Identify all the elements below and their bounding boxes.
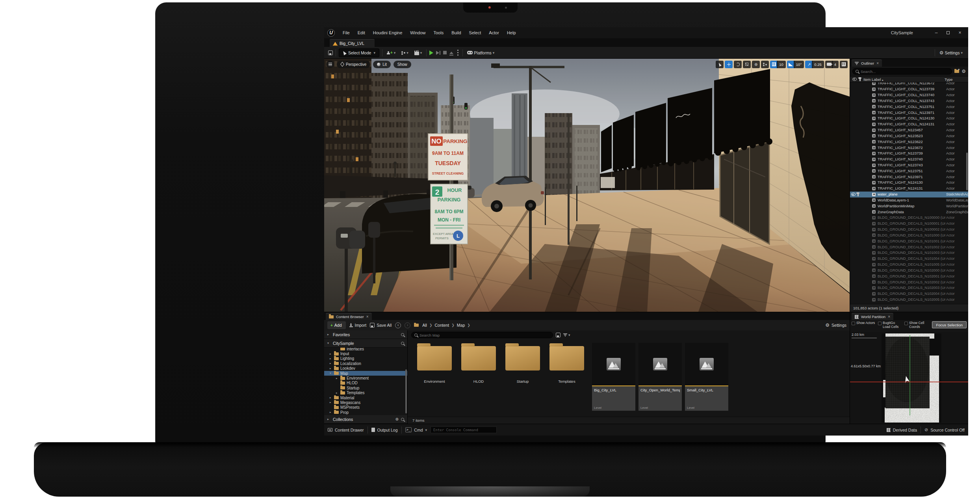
grid-snap-value[interactable]: 10 — [777, 61, 786, 68]
level-asset-tile[interactable]: Small_City_LVL Level — [685, 343, 728, 411]
world-partition-checkbox[interactable]: BugItGo Load Cells — [878, 321, 902, 329]
tree-scrollbar[interactable] — [405, 369, 407, 413]
outliner-row[interactable]: ZoneGraphData ZoneGraphData — [850, 209, 968, 215]
tree-item[interactable]: HLOD — [324, 381, 407, 385]
outliner-row[interactable]: TRAFFIC_LIGHT_N123751 Actor — [850, 168, 968, 174]
cmd-dropdown[interactable]: >_ Cmd ▾ — [405, 427, 427, 432]
cinematics-dropdown[interactable]: ▾ — [413, 50, 424, 55]
maximize-button[interactable] — [943, 29, 953, 37]
tree-item[interactable]: ▸ Input — [324, 351, 407, 356]
console-command-box[interactable] — [431, 426, 497, 433]
type-column[interactable]: Type — [945, 77, 967, 82]
menu-item[interactable]: Select — [465, 27, 485, 38]
outliner-row[interactable]: TRAFFIC_LIGHT_N123672 Actor — [850, 145, 968, 151]
tree-item[interactable]: ▸ Environment — [324, 376, 407, 380]
world-partition-minimap[interactable] — [882, 333, 941, 423]
level-asset-tile[interactable]: City_Open_World_Template Level — [638, 343, 682, 411]
content-browser-settings[interactable]: ⚙ Settings — [825, 322, 846, 328]
console-command-input[interactable] — [433, 428, 494, 432]
save-search-icon[interactable] — [556, 333, 561, 337]
close-icon[interactable]: × — [366, 315, 369, 319]
menu-item[interactable]: Help — [503, 27, 520, 38]
outliner-row[interactable]: TRAFFIC_LIGHT_COLL_N123743 Actor — [850, 98, 968, 104]
outliner-row[interactable]: TRAFFIC_LIGHT_COLL_N123740 Actor — [850, 92, 968, 98]
outliner-row[interactable]: BLDG_GROUND_DECALS_N100002 (Ur Actor — [850, 227, 968, 233]
camera-speed-value[interactable]: 4 — [832, 61, 839, 68]
outliner-row[interactable]: TRAFFIC_LIGHT_COLL_N123971 Actor — [850, 110, 968, 115]
minimize-button[interactable]: – — [931, 29, 941, 37]
outliner-search-box[interactable] — [852, 68, 952, 74]
checkbox[interactable] — [904, 322, 908, 325]
outliner-row[interactable]: BLDG_GROUND_DECALS_N102004 (Ur Actor — [850, 291, 968, 297]
sort-filter-dropdown[interactable]: ▾ — [563, 333, 570, 337]
outliner-row[interactable]: BLDG_GROUND_DECALS_N100001 (Ur Actor — [850, 221, 968, 227]
platforms-dropdown[interactable]: Platforms ▾ — [466, 50, 496, 55]
collections-header[interactable]: ▸ Collections ⊕ — [324, 415, 407, 424]
menu-item[interactable]: File — [339, 27, 354, 38]
content-browser-tab[interactable]: Content Browser × — [326, 313, 372, 320]
level-asset-tile[interactable]: Big_City_LVL Level — [592, 343, 635, 411]
search-icon[interactable] — [401, 342, 404, 345]
outliner-row[interactable]: TRAFFIC_LIGHT_N123743 Actor — [850, 162, 968, 168]
perspective-dropdown[interactable]: Perspective — [337, 61, 370, 68]
folder-tile[interactable]: Startup — [501, 343, 545, 384]
outliner-row[interactable]: BLDG_GROUND_DECALS_N102001 (Ur Actor — [850, 273, 968, 279]
outliner-row[interactable]: TRAFFIC_LIGHT_N123523 Actor — [850, 133, 968, 139]
outliner-row[interactable]: BLDG_GROUND_DECALS_N102003 (Ur Actor — [850, 285, 968, 291]
outliner-tab[interactable]: Outliner × — [852, 60, 882, 67]
outliner-row[interactable]: BLDG_GROUND_DECALS_N101005 (Ur Actor — [850, 262, 968, 268]
outliner-row[interactable]: TRAFFIC_LIGHT_N123971 Actor — [850, 174, 968, 180]
outliner-row[interactable]: TRAFFIC_LIGHT_N124131 Actor — [850, 186, 968, 192]
pin-column-icon[interactable] — [859, 78, 861, 81]
favorites-header[interactable]: ▸ Favorites — [324, 330, 407, 339]
close-icon[interactable]: × — [888, 315, 890, 319]
breadcrumb-item[interactable]: Content — [434, 323, 449, 328]
tree-item[interactable]: ▸ Megascans — [324, 400, 407, 405]
maximize-viewport-button[interactable] — [840, 61, 848, 68]
menu-item[interactable]: Houdini Engine — [369, 27, 406, 38]
play-button[interactable] — [429, 50, 433, 55]
outliner-row[interactable]: TRAFFIC_LIGHT_N123622 Actor — [850, 139, 968, 145]
path-folder-icon[interactable] — [414, 324, 419, 327]
world-local-toggle[interactable]: ⊕ — [752, 61, 760, 68]
outliner-row[interactable]: TRAFFIC_LIGHT_N123740 Actor — [850, 156, 968, 162]
tree-item[interactable]: ▸ Localization — [324, 361, 407, 366]
level-tab[interactable]: Big_City_LVL — [330, 39, 375, 47]
tree-item[interactable]: MSPresets — [324, 405, 407, 410]
menu-item[interactable]: Tools — [429, 27, 447, 38]
rotate-tool-button[interactable] — [734, 61, 742, 68]
outliner-search-input[interactable] — [861, 69, 949, 74]
outliner-row[interactable]: BLDG_GROUND_DECALS_N100000 (Ur Actor — [850, 215, 968, 221]
outliner-row[interactable]: TRAFFIC_LIGHT_COLL_N123751 Actor — [850, 104, 968, 110]
folder-tile[interactable]: Templates — [545, 343, 589, 384]
folder-tile[interactable]: Environment — [412, 343, 457, 384]
settings-dropdown[interactable]: ⚙ Settings ▾ — [938, 50, 964, 56]
view-mode-dropdown[interactable]: Lit — [373, 61, 391, 68]
search-icon[interactable] — [401, 418, 404, 421]
import-button[interactable]: Import — [349, 323, 367, 328]
asset-search-input[interactable] — [419, 333, 550, 337]
close-button[interactable]: × — [955, 29, 965, 37]
breadcrumb-item[interactable]: All — [422, 323, 427, 328]
outliner-row[interactable]: TRAFFIC_LIGHT_N124130 Actor — [850, 180, 968, 186]
outliner-row[interactable]: TRAFFIC_LIGHT_N123457 Actor — [850, 127, 968, 133]
select-tool-button[interactable] — [716, 61, 724, 68]
save-icon[interactable] — [328, 50, 333, 55]
menu-item[interactable]: Edit — [354, 27, 369, 38]
menu-item[interactable]: Build — [447, 27, 465, 38]
source-control-button[interactable]: ⊘ Source Control Off — [924, 427, 965, 432]
menu-item[interactable]: Actor — [485, 27, 503, 38]
item-label-column[interactable]: Item Label ▴ — [863, 77, 945, 82]
derived-data-button[interactable]: Derived Data — [887, 428, 917, 432]
pin-icon[interactable] — [858, 193, 859, 196]
outliner-row[interactable]: BLDG_GROUND_DECALS_N101000 (Ur Actor — [850, 233, 968, 238]
outliner-settings-icon[interactable]: ⚙ — [961, 69, 966, 74]
content-drawer-button[interactable]: Content Drawer — [328, 428, 364, 432]
world-partition-checkbox[interactable]: Show Cell Coords — [904, 321, 929, 329]
save-all-button[interactable]: Save All — [370, 323, 392, 328]
frame-skip-button[interactable] — [436, 51, 440, 55]
menu-item[interactable]: Window — [406, 27, 429, 38]
add-collection-icon[interactable]: ⊕ — [395, 417, 399, 421]
outliner-row[interactable]: BLDG_GROUND_DECALS_N102000 (Ur Actor — [850, 268, 968, 274]
add-actor-dropdown[interactable]: +▾ — [385, 50, 397, 55]
